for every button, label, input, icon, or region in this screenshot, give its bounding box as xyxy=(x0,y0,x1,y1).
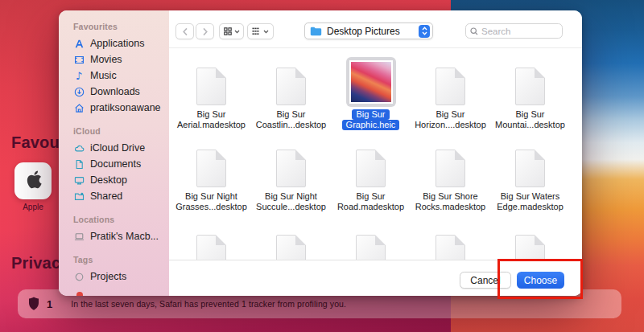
file-item[interactable]: Big SurAerial.madesktop xyxy=(171,48,251,130)
sidebar-item-music[interactable]: ♪ Music xyxy=(73,68,161,84)
file-item[interactable]: Big SurRoad.madesktop xyxy=(331,130,411,212)
document-file-icon xyxy=(356,235,386,260)
document-file-icon xyxy=(196,235,226,260)
sidebar-item-desktop[interactable]: Desktop xyxy=(73,172,161,188)
icon-view-button[interactable] xyxy=(219,23,244,39)
document-file-icon xyxy=(196,68,226,105)
forward-button[interactable] xyxy=(196,23,214,39)
document-file-icon xyxy=(515,235,545,260)
dialog-main-area: Desktop Pictures Big SurAerial.madesktop xyxy=(169,10,582,296)
file-item[interactable] xyxy=(331,212,411,260)
file-item[interactable]: Big SurMountai...desktop xyxy=(490,48,570,130)
applications-icon xyxy=(73,38,85,49)
file-browser-area[interactable]: Big SurAerial.madesktop Big SurCoastlin.… xyxy=(169,48,582,260)
file-item[interactable] xyxy=(171,212,251,260)
sidebar-item-downloads[interactable]: Downloads xyxy=(73,84,161,100)
sidebar-item-macbook[interactable]: Pratik's Macb... xyxy=(73,228,161,244)
file-item[interactable] xyxy=(251,212,331,260)
document-file-icon xyxy=(436,235,465,260)
finder-sidebar: Favourites Applications Movies ♪ Music D… xyxy=(59,10,169,296)
sidebar-item-documents[interactable]: Documents xyxy=(73,156,161,172)
sidebar-item-projects-tag[interactable]: Projects xyxy=(73,268,161,285)
group-view-button[interactable] xyxy=(247,23,274,39)
chevron-down-icon xyxy=(263,30,269,34)
laptop-icon xyxy=(73,231,85,242)
file-item-selected[interactable]: Big SurGraphic.heic xyxy=(331,48,411,130)
back-button[interactable] xyxy=(175,23,194,39)
cloud-icon xyxy=(73,142,85,154)
file-item[interactable]: Big Sur NightSuccule...desktop xyxy=(251,130,331,212)
music-icon: ♪ xyxy=(73,70,85,81)
sidebar-section-favourites: Favourites xyxy=(73,22,161,31)
location-dropdown-label: Desktop Pictures xyxy=(327,26,419,37)
file-item[interactable]: Big Sur WatersEdge.madesktop xyxy=(490,130,570,212)
search-icon xyxy=(470,27,478,35)
big-sur-graphic-thumbnail xyxy=(351,62,391,102)
tracker-count: 1 xyxy=(47,298,52,310)
sidebar-item-shared[interactable]: Shared xyxy=(73,188,161,204)
search-input[interactable] xyxy=(481,27,558,36)
sidebar-section-icloud: iCloud xyxy=(73,126,161,136)
document-file-icon xyxy=(515,68,545,105)
file-item[interactable]: Big Sur ShoreRocks.madesktop xyxy=(411,130,490,212)
file-open-dialog: Favourites Applications Movies ♪ Music D… xyxy=(59,10,582,296)
tag-circle-icon xyxy=(73,271,85,282)
document-file-icon xyxy=(276,235,306,260)
chevron-down-icon xyxy=(234,30,240,34)
document-file-icon xyxy=(276,150,306,187)
file-item[interactable] xyxy=(490,212,570,260)
sidebar-item-home[interactable]: pratiksonawane xyxy=(73,100,161,116)
document-file-icon xyxy=(276,68,306,105)
document-file-icon xyxy=(356,150,386,187)
search-field[interactable] xyxy=(465,23,563,39)
chevron-right-icon xyxy=(202,27,208,36)
document-icon xyxy=(73,158,85,170)
document-file-icon xyxy=(436,150,465,187)
sidebar-item-applications[interactable]: Applications xyxy=(73,35,161,51)
selected-thumbnail xyxy=(346,57,396,107)
shared-folder-icon xyxy=(73,191,85,202)
document-file-icon xyxy=(196,150,226,187)
apple-bookmark-tile[interactable] xyxy=(14,162,52,199)
document-file-icon xyxy=(436,68,465,105)
file-item[interactable]: Big SurCoastlin...desktop xyxy=(251,48,331,130)
annotation-highlight-rectangle xyxy=(497,259,583,299)
dropdown-stepper-icon xyxy=(419,25,430,38)
group-view-icon xyxy=(252,27,261,35)
file-item[interactable] xyxy=(411,212,490,260)
screen: Favourites Apple Privacy 1 In the last s… xyxy=(0,0,644,332)
sidebar-item-movies[interactable]: Movies xyxy=(73,51,161,68)
dialog-toolbar: Desktop Pictures xyxy=(169,10,582,48)
document-file-icon xyxy=(515,150,545,187)
red-tag-dot xyxy=(76,292,83,296)
folder-icon xyxy=(310,27,322,36)
apple-bookmark-label: Apple xyxy=(8,203,58,211)
apple-logo-icon xyxy=(23,168,43,195)
location-dropdown[interactable]: Desktop Pictures xyxy=(304,23,433,39)
chevron-left-icon xyxy=(182,27,188,36)
movies-icon xyxy=(73,54,85,65)
shield-icon xyxy=(27,297,40,312)
sidebar-section-tags: Tags xyxy=(73,255,161,264)
sidebar-item-icloud-drive[interactable]: iCloud Drive xyxy=(73,140,161,156)
home-icon xyxy=(73,102,85,113)
desktop-icon xyxy=(73,174,85,186)
file-item[interactable]: Big SurHorizon....desktop xyxy=(411,48,490,130)
grid-view-icon xyxy=(224,27,232,35)
file-item[interactable]: Big Sur NightGrasses...desktop xyxy=(171,130,251,212)
sidebar-section-locations: Locations xyxy=(73,215,161,224)
downloads-icon xyxy=(73,86,85,97)
privacy-message: In the last seven days, Safari has preve… xyxy=(71,299,346,309)
